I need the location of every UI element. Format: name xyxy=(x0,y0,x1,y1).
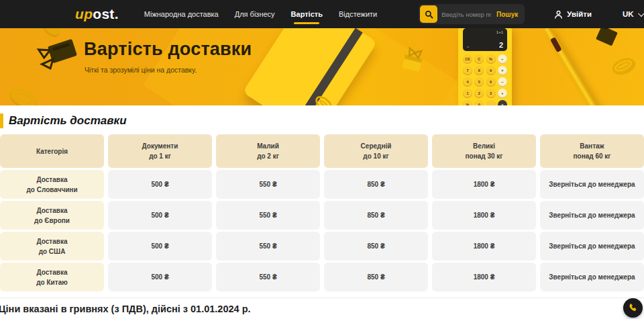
search-icon[interactable] xyxy=(420,5,437,23)
search-input[interactable] xyxy=(437,11,495,18)
price-cell: 1800 ₴ xyxy=(432,232,536,261)
calc-key: 3 xyxy=(486,89,496,98)
row-label-line: до США xyxy=(39,246,66,257)
page: upost. Міжнародна доставка Для бізнесу В… xyxy=(0,0,644,319)
price-cell: 1800 ₴ xyxy=(432,170,536,199)
price-cell: 550 ₴ xyxy=(216,232,320,261)
price-cell: Зверніться до менеджера xyxy=(540,201,644,230)
price-cell: 550 ₴ xyxy=(216,170,320,199)
nav-item-business[interactable]: Для бізнесу xyxy=(227,1,283,28)
calculator-result: 2 xyxy=(499,41,503,49)
calc-key: = xyxy=(498,100,507,105)
calc-key: C xyxy=(474,54,484,64)
nav-item-international[interactable]: Міжнародна доставка xyxy=(136,1,227,28)
price-cell: 500 ₴ xyxy=(108,263,212,291)
row-label-usa: Доставкадо США xyxy=(0,232,104,261)
calc-key: CE xyxy=(463,54,472,64)
price-cell: Зверніться до менеджера xyxy=(540,263,644,291)
paper-clip-inner xyxy=(47,28,56,32)
active-tab-underline xyxy=(294,22,319,24)
header-line: Вантаж xyxy=(580,141,604,151)
nav-item-label: Для бізнесу xyxy=(235,10,275,18)
price-cell: 850 ₴ xyxy=(324,263,428,291)
row-label-line: Доставка xyxy=(37,267,68,277)
price-cell: 1800 ₴ xyxy=(432,201,536,230)
price-cell: 850 ₴ xyxy=(324,201,428,230)
logo-rest: ost. xyxy=(93,6,119,22)
price-cell: 550 ₴ xyxy=(216,201,320,230)
row-label-line: Доставка xyxy=(37,175,68,185)
row-label-line: Доставка xyxy=(37,206,68,216)
hero-subtitle: Чіткі та зрозумілі ціни на доставку. xyxy=(85,66,197,74)
header-line: Документи xyxy=(142,141,178,151)
calc-key: 6 xyxy=(486,77,496,87)
search-submit-button[interactable]: Пошук xyxy=(495,11,523,18)
parcel-search: Пошук xyxy=(419,4,525,24)
price-cell: Зверніться до менеджера xyxy=(540,232,644,261)
header-line: Середній xyxy=(361,141,392,151)
calc-key: 2 xyxy=(474,89,484,98)
paper-clip-icon xyxy=(7,85,40,105)
calc-key: . xyxy=(486,100,496,105)
pricing-note: Ціни вказані в гривнях (з ПДВ), дійсні з… xyxy=(0,304,251,314)
column-header-category: Категорія xyxy=(0,134,104,168)
paper-clip-icon xyxy=(42,28,62,38)
calc-key: × xyxy=(498,66,507,75)
calc-key: 9 xyxy=(486,66,496,75)
calculator-screen: 1+1 = 2 xyxy=(463,28,507,51)
calculator-expression: 1+1 xyxy=(467,30,503,34)
column-header-small: Малийдо 2 кг xyxy=(216,134,320,168)
price-cell: 500 ₴ xyxy=(108,201,212,230)
language-current: UK xyxy=(623,10,634,18)
paper-clip-inner xyxy=(13,90,34,105)
section-heading: Вартість доставки xyxy=(0,111,644,131)
calc-key: 5 xyxy=(474,77,484,87)
nav-item-label: Міжнародна доставка xyxy=(144,10,219,18)
call-button[interactable] xyxy=(623,298,643,318)
row-label-line: Доставка xyxy=(37,236,68,246)
column-header-large: Великіпонад 30 кг xyxy=(432,134,536,168)
hero-title: Вартість доставки xyxy=(84,39,252,60)
paper-clip-inner xyxy=(318,99,329,105)
phone-icon xyxy=(628,303,638,313)
header-line: Малий xyxy=(257,141,279,151)
calc-key: 1 xyxy=(463,89,472,98)
row-label-europe: Доставкадо Європи xyxy=(0,201,104,230)
calculator-keys: CE C % ÷ 7 8 9 × 4 5 6 − 1 2 3 + % 0 . = xyxy=(463,54,507,105)
header-line: до 1 кг xyxy=(149,151,171,161)
calc-key: + xyxy=(498,89,507,98)
user-icon xyxy=(554,10,563,19)
calculator-image: 1+1 = 2 CE C % ÷ 7 8 9 × 4 5 6 − 1 2 xyxy=(458,28,512,105)
row-label-line: до Китаю xyxy=(36,277,67,287)
accent-bar xyxy=(0,113,3,128)
login-label: Увійти xyxy=(567,10,592,18)
header-line: понад 30 кг xyxy=(466,151,503,161)
login-button[interactable]: Увійти xyxy=(554,10,592,19)
nav-item-label: Вартість xyxy=(291,10,323,18)
nav-item-tracking[interactable]: Відстежити xyxy=(331,1,385,28)
header-line: до 2 кг xyxy=(257,151,279,161)
price-cell: Зверніться до менеджера xyxy=(540,170,644,199)
pricing-table: Категорія Документидо 1 кг Малийдо 2 кг … xyxy=(0,134,644,291)
header-line: Категорія xyxy=(36,146,68,156)
price-cell: 500 ₴ xyxy=(108,232,212,261)
nav-items: Міжнародна доставка Для бізнесу Вартість… xyxy=(136,1,385,28)
calc-key: − xyxy=(498,77,507,87)
binder-clip-icon xyxy=(31,33,84,80)
nav-item-pricing[interactable]: Вартість xyxy=(283,1,331,28)
language-selector[interactable]: UK xyxy=(623,10,643,18)
column-header-documents: Документидо 1 кг xyxy=(108,134,212,168)
row-label-line: до Європи xyxy=(34,216,70,226)
logo[interactable]: upost. xyxy=(75,6,119,22)
calc-key: ÷ xyxy=(498,54,507,64)
price-cell: 850 ₴ xyxy=(324,170,428,199)
calc-key: 7 xyxy=(463,66,472,75)
footer: Ціни вказані в гривнях (з ПДВ), дійсні з… xyxy=(0,298,644,319)
price-cell: 1800 ₴ xyxy=(432,263,536,291)
row-label-line: до Словаччини xyxy=(26,185,77,195)
row-label-china: Доставкадо Китаю xyxy=(0,263,104,291)
column-header-medium: Середнійдо 10 кг xyxy=(324,134,428,168)
calculator-equals-hint: = xyxy=(467,45,470,49)
row-label-slovakia: Доставкадо Словаччини xyxy=(0,170,104,199)
calc-key: 0 xyxy=(474,100,484,105)
